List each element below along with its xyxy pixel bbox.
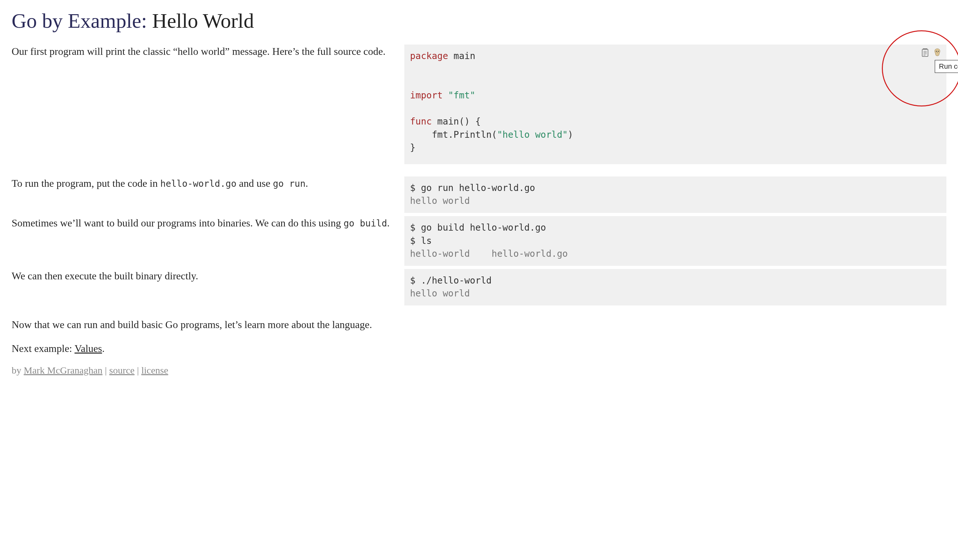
inline-code: go run [273,178,306,189]
code-toolbar [921,48,942,58]
source-link[interactable]: source [109,365,135,376]
code-token [443,90,448,101]
code-token: import [410,90,443,101]
table-row: Sometimes we’ll want to build our progra… [12,216,946,269]
code-token: main [448,51,475,61]
code-token: fmt.Println( [410,129,497,140]
code-token: "hello world" [497,129,568,140]
svg-point-7 [938,51,939,52]
code-token: package [410,51,448,61]
doc-text: To run the program, put the code in [12,178,160,189]
run-tooltip: Run code [935,60,958,73]
footer: by Mark McGranaghan | source | license [12,365,946,376]
doc-text: and use [236,178,273,189]
code-token: ) [568,129,573,140]
shell-cmd: ls [416,235,432,246]
table-row: Now that we can run and build basic Go p… [12,318,946,332]
footer-sep: | [135,365,141,376]
doc-cell: Our first program will print the classic… [12,44,404,167]
table-row: Our first program will print the classic… [12,44,946,167]
footer-by: by [12,365,24,376]
next-prefix: Next example: [12,343,75,354]
shell-block: $ go build hello-world.go $ ls hello-wor… [404,216,946,266]
code-cell: $ go build hello-world.go $ ls hello-wor… [404,216,946,269]
doc-cell: To run the program, put the code in hell… [12,176,404,216]
code-block: package main import "fmt" func main() { … [404,44,946,164]
doc-cell: We can then execute the built binary dir… [12,269,404,309]
next-example: Next example: Values. [12,343,946,355]
code-token: } [410,142,416,153]
shell-prompt: $ [410,275,416,286]
shell-output: hello world [410,195,470,206]
title-separator: : [141,10,152,32]
code-token: main() { [432,116,481,127]
shell-prompt: $ [410,182,416,193]
shell-prompt: $ [410,222,416,233]
shell-block: $ go run hello-world.go hello world [404,176,946,213]
run-icon[interactable] [933,48,942,58]
spacer [12,167,946,176]
doc-cell: Now that we can run and build basic Go p… [12,318,404,332]
doc-cell: Sometimes we’ll want to build our progra… [12,216,404,269]
brand-link[interactable]: Go by Example [12,10,141,32]
code-token: "fmt" [448,90,475,101]
doc-text: . [306,178,308,189]
doc-text: . [387,217,390,229]
table-row: To run the program, put the code in hell… [12,176,946,216]
doc-text: Sometimes we’ll want to build our progra… [12,217,344,229]
shell-output: hello world [410,288,470,299]
shell-cmd: ./hello-world [416,275,492,286]
next-link[interactable]: Values [75,343,102,354]
title-topic: Hello World [152,10,254,32]
footer-sep: | [103,365,109,376]
shell-cmd: go build hello-world.go [416,222,546,233]
code-cell: $ ./hello-world hello world [404,269,946,309]
page: Go by Example: Hello World Our first pro… [0,0,958,405]
doc-text: We can then execute the built binary dir… [12,270,198,282]
spacer [12,309,946,318]
shell-block: $ ./hello-world hello world [404,269,946,306]
code-token: func [410,116,432,127]
code-cell [404,318,946,332]
content-table: Our first program will print the classic… [12,44,946,332]
inline-code: hello-world.go [160,178,236,189]
code-cell: Run code package main import "fmt" func … [404,44,946,167]
page-title: Go by Example: Hello World [12,9,946,33]
doc-text: Our first program will print the classic… [12,46,385,57]
code-cell: $ go run hello-world.go hello world [404,176,946,216]
copy-icon[interactable] [921,48,930,58]
table-row: We can then execute the built binary dir… [12,269,946,309]
svg-point-6 [936,51,937,52]
shell-cmd: go run hello-world.go [416,182,535,193]
code-wrapper: Run code package main import "fmt" func … [404,44,946,164]
author-link[interactable]: Mark McGranaghan [24,365,103,376]
shell-prompt: $ [410,235,416,246]
doc-text: Now that we can run and build basic Go p… [12,319,372,330]
shell-output: hello-world hello-world.go [410,248,568,259]
license-link[interactable]: license [141,365,168,376]
next-suffix: . [102,343,105,354]
inline-code: go build [344,218,387,229]
